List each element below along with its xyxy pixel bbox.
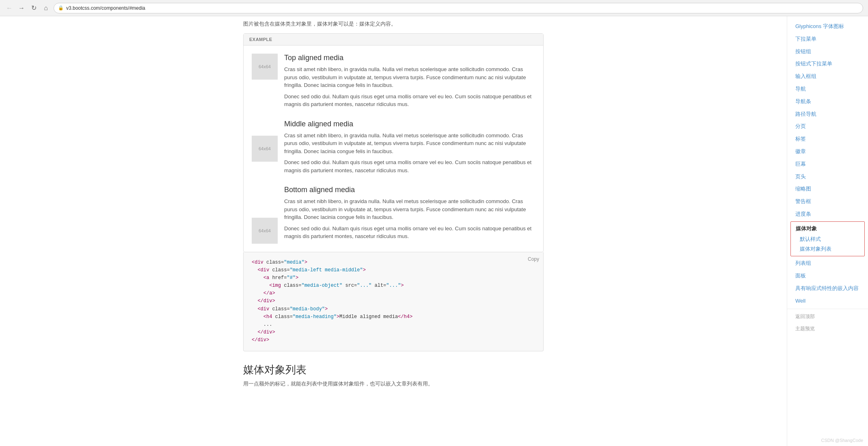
- right-sidebar: Glyphicons 字体图标 下拉菜单 按钮组 按钮式下拉菜单 输入框组 导航…: [787, 16, 868, 446]
- sidebar-item-media[interactable]: 媒体对象: [794, 223, 861, 234]
- code-line-2: <div class="media-left media-middle">: [252, 266, 535, 274]
- address-bar[interactable]: 🔒 v3.bootcss.com/components/#media: [54, 3, 863, 13]
- media-para2-bottom: Donec sed odio dui. Nullam quis risus eg…: [284, 225, 535, 240]
- section-desc: 用一点额外的标记，就能在列表中使用媒体对象组件，也可以嵌入文章列表有用。: [243, 380, 544, 388]
- url-text: v3.bootcss.com/components/#media: [66, 5, 145, 11]
- media-thumb-middle: 64x64: [252, 136, 278, 162]
- content-inner: 图片被包含在媒体类主对象里，媒体对象可以是：媒体定义内容。 EXAMPLE 64…: [235, 16, 552, 404]
- media-body-top: Top aligned media Cras sit amet nibh lib…: [284, 54, 535, 112]
- sidebar-item-badges[interactable]: 徽章: [787, 145, 868, 158]
- sidebar-item-page-header[interactable]: 页头: [787, 171, 868, 183]
- media-item-bottom: 64x64 Bottom aligned media Cras sit amet…: [252, 186, 535, 244]
- sidebar-item-alerts[interactable]: 警告框: [787, 195, 868, 208]
- media-thumb-top: 64x64: [252, 54, 278, 80]
- back-button[interactable]: ←: [5, 4, 14, 13]
- sidebar-divider: [787, 309, 868, 309]
- media-para1-middle: Cras sit amet nibh libero, in gravida nu…: [284, 132, 535, 156]
- copy-button[interactable]: Copy: [528, 256, 539, 262]
- footer-watermark: CSDN @ShangCode: [821, 438, 864, 443]
- page-layout: 图片被包含在媒体类主对象里，媒体对象可以是：媒体定义内容。 EXAMPLE 64…: [0, 16, 868, 446]
- sidebar-item-jumbotron[interactable]: 巨幕: [787, 158, 868, 171]
- sidebar-item-input-group[interactable]: 输入框组: [787, 70, 868, 83]
- code-line-1: <div class="media">: [252, 259, 535, 266]
- media-para1-top: Cras sit amet nibh libero, in gravida nu…: [284, 65, 535, 89]
- code-line-8: <h4 class="media-heading">Middle aligned…: [252, 313, 535, 321]
- reload-button[interactable]: ↻: [29, 4, 38, 13]
- active-section-media: 媒体对象 默认样式 媒体对象列表: [790, 221, 865, 256]
- code-line-6: </div>: [252, 297, 535, 305]
- media-heading-middle: Middle aligned media: [284, 120, 535, 128]
- sidebar-item-theme-preview[interactable]: 主题预览: [787, 323, 868, 335]
- code-line-7: <div class="media-body">: [252, 305, 535, 313]
- sidebar-item-navbar[interactable]: 导航条: [787, 95, 868, 108]
- top-description: 图片被包含在媒体类主对象里，媒体对象可以是：媒体定义内容。: [243, 20, 544, 28]
- code-box: Copy <div class="media"> <div class="med…: [243, 252, 544, 351]
- media-item-middle: 64x64 Middle aligned media Cras sit amet…: [252, 120, 535, 178]
- code-content: <div class="media"> <div class="media-le…: [244, 252, 543, 351]
- code-line-4: <img class="media-object" src="..." alt=…: [252, 282, 535, 290]
- sidebar-item-nav[interactable]: 导航: [787, 83, 868, 95]
- code-line-10: </div>: [252, 329, 535, 336]
- home-button[interactable]: ⌂: [41, 4, 50, 13]
- media-heading-top: Top aligned media: [284, 54, 535, 62]
- sidebar-item-wells[interactable]: Well: [787, 295, 868, 307]
- sidebar-item-responsive-embed[interactable]: 具有响应式特性的嵌入内容: [787, 282, 868, 295]
- media-heading-bottom: Bottom aligned media: [284, 186, 535, 194]
- sidebar-item-pagination[interactable]: 分页: [787, 120, 868, 133]
- sidebar-item-back-to-top[interactable]: 返回顶部: [787, 311, 868, 323]
- sidebar-item-glyphicons[interactable]: Glyphicons 字体图标: [787, 20, 868, 33]
- main-content: 图片被包含在媒体类主对象里，媒体对象可以是：媒体定义内容。 EXAMPLE 64…: [0, 16, 787, 446]
- media-para2-top: Donec sed odio dui. Nullam quis risus eg…: [284, 93, 535, 108]
- media-thumb-bottom: 64x64: [252, 218, 278, 244]
- browser-chrome: ← → ↻ ⌂ 🔒 v3.bootcss.com/components/#med…: [0, 0, 868, 16]
- lock-icon: 🔒: [58, 5, 64, 11]
- section-heading: 媒体对象列表: [243, 363, 544, 377]
- example-label: EXAMPLE: [244, 34, 543, 45]
- media-para1-bottom: Cras sit amet nibh libero, in gravida nu…: [284, 197, 535, 221]
- media-body-bottom: Bottom aligned media Cras sit amet nibh …: [284, 186, 535, 244]
- sidebar-item-thumbnails[interactable]: 缩略图: [787, 183, 868, 195]
- sidebar-item-btn-group[interactable]: 按钮组: [787, 45, 868, 58]
- sidebar-item-media-list[interactable]: 媒体对象列表: [794, 244, 861, 254]
- code-line-9: ...: [252, 321, 535, 329]
- sidebar-item-panels[interactable]: 面板: [787, 270, 868, 282]
- media-para2-middle: Donec sed odio dui. Nullam quis risus eg…: [284, 158, 535, 174]
- media-item-top: 64x64 Top aligned media Cras sit amet ni…: [252, 54, 535, 112]
- sidebar-item-media-default[interactable]: 默认样式: [794, 234, 861, 245]
- example-box: EXAMPLE 64x64 Top aligned media Cras sit…: [243, 33, 544, 252]
- code-line-5: </a>: [252, 290, 535, 297]
- example-content: 64x64 Top aligned media Cras sit amet ni…: [244, 45, 543, 252]
- media-body-middle: Middle aligned media Cras sit amet nibh …: [284, 120, 535, 178]
- code-line-11: </div>: [252, 336, 535, 344]
- sidebar-item-list-group[interactable]: 列表组: [787, 257, 868, 270]
- sidebar-item-btn-dropdown[interactable]: 按钮式下拉菜单: [787, 58, 868, 70]
- sidebar-item-dropdown[interactable]: 下拉菜单: [787, 33, 868, 45]
- sidebar-item-progress[interactable]: 进度条: [787, 208, 868, 221]
- sidebar-item-breadcrumb[interactable]: 路径导航: [787, 108, 868, 121]
- code-line-3: <a href="#">: [252, 274, 535, 282]
- sidebar-item-labels[interactable]: 标签: [787, 133, 868, 145]
- forward-button[interactable]: →: [17, 4, 26, 13]
